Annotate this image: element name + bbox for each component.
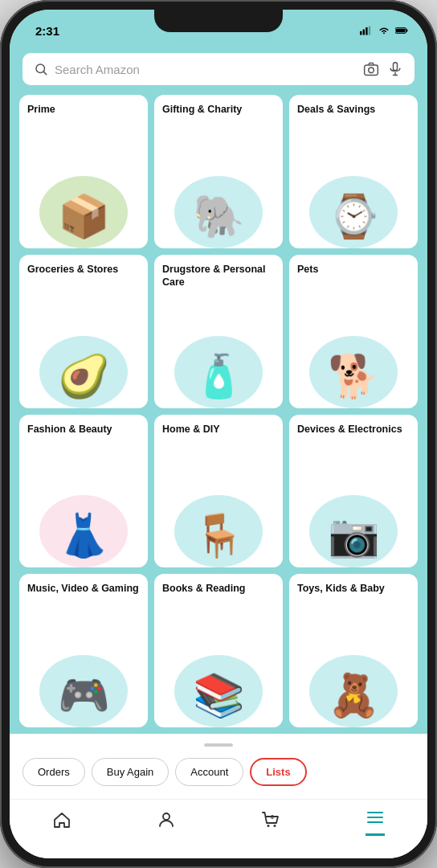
card-emoji-gifting-charity: 🐘: [193, 195, 245, 237]
nav-icon-menu: [366, 808, 385, 832]
card-image-music-video-gaming: 🎮: [27, 596, 140, 720]
menu-icon: [366, 808, 385, 827]
quick-actions-row: OrdersBuy AgainAccountLists: [22, 758, 415, 789]
svg-rect-0: [360, 31, 361, 35]
svg-point-15: [274, 825, 276, 827]
search-icon: [34, 62, 48, 76]
phone-frame: 2:31: [0, 0, 437, 868]
quick-action-account[interactable]: Account: [175, 758, 243, 786]
nav-icon-cart: 0: [261, 810, 280, 834]
wifi-icon: [378, 24, 390, 37]
quick-action-buy-again[interactable]: Buy Again: [92, 758, 169, 786]
grid-card-pets[interactable]: Pets 🐕: [289, 255, 418, 408]
grid-card-groceries-stores[interactable]: Groceries & Stores 🥑: [19, 255, 148, 408]
card-emoji-music-video-gaming: 🎮: [58, 674, 110, 716]
svg-rect-3: [369, 26, 370, 35]
nav-item-menu[interactable]: [366, 808, 385, 836]
screen-content: Search Amazon Prime: [10, 45, 427, 858]
card-image-devices-electronics: 📷: [297, 436, 410, 560]
grid-card-prime[interactable]: Prime 📦: [19, 95, 148, 248]
mic-icon[interactable]: [387, 61, 403, 77]
card-image-toys-kids-baby: 🧸: [297, 596, 410, 720]
card-emoji-books-reading: 📚: [193, 674, 245, 716]
card-emoji-drugstore-personal-care: 🧴: [193, 355, 245, 397]
svg-point-14: [268, 825, 270, 827]
card-image-fashion-beauty: 👗: [27, 436, 140, 560]
nav-icon-account: [157, 810, 176, 834]
bottom-nav: 0: [10, 799, 427, 858]
card-emoji-devices-electronics: 📷: [328, 514, 380, 556]
quick-actions: OrdersBuy AgainAccountLists: [10, 750, 427, 799]
nav-item-cart[interactable]: 0: [261, 810, 280, 834]
nav-icon-home: [52, 810, 71, 834]
scroll-indicator: [10, 739, 427, 750]
card-emoji-fashion-beauty: 👗: [58, 514, 110, 556]
svg-rect-2: [366, 27, 367, 35]
card-label-drugstore-personal-care: Drugstore & Personal Care: [162, 263, 275, 289]
grid-card-home-diy[interactable]: Home & DIY 🪑: [154, 415, 283, 568]
nav-item-account[interactable]: [157, 810, 176, 834]
card-label-toys-kids-baby: Toys, Kids & Baby: [297, 582, 410, 595]
cart-icon: 0: [261, 810, 280, 829]
svg-text:0: 0: [271, 814, 274, 820]
svg-point-9: [369, 68, 374, 73]
search-right-icons: [363, 61, 403, 77]
card-emoji-pets: 🐕: [328, 355, 380, 397]
grid-card-drugstore-personal-care[interactable]: Drugstore & Personal Care 🧴: [154, 255, 283, 408]
card-image-drugstore-personal-care: 🧴: [162, 289, 275, 399]
card-label-home-diy: Home & DIY: [162, 423, 275, 436]
card-image-deals-savings: ⌚: [297, 116, 410, 240]
card-image-prime: 📦: [27, 116, 140, 240]
card-label-music-video-gaming: Music, Video & Gaming: [27, 582, 140, 595]
home-icon: [52, 810, 71, 829]
phone-screen: 2:31: [10, 10, 427, 858]
card-label-fashion-beauty: Fashion & Beauty: [27, 423, 140, 436]
svg-rect-6: [396, 29, 405, 33]
svg-point-13: [163, 813, 169, 820]
card-emoji-toys-kids-baby: 🧸: [328, 674, 380, 716]
grid-card-music-video-gaming[interactable]: Music, Video & Gaming 🎮: [19, 574, 148, 727]
status-icons: [360, 24, 408, 37]
card-image-gifting-charity: 🐘: [162, 116, 275, 240]
card-label-groceries-stores: Groceries & Stores: [27, 263, 140, 276]
scroll-pill: [204, 743, 233, 747]
grid-card-gifting-charity[interactable]: Gifting & Charity 🐘: [154, 95, 283, 248]
status-time: 2:31: [35, 24, 59, 38]
grid-card-devices-electronics[interactable]: Devices & Electronics 📷: [289, 415, 418, 568]
card-label-prime: Prime: [27, 103, 140, 116]
grid-card-books-reading[interactable]: Books & Reading 📚: [154, 574, 283, 727]
card-emoji-groceries-stores: 🥑: [58, 355, 110, 397]
camera-icon[interactable]: [363, 61, 379, 77]
grid-card-deals-savings[interactable]: Deals & Savings ⌚: [289, 95, 418, 248]
svg-rect-5: [406, 29, 408, 31]
quick-action-lists[interactable]: Lists: [250, 758, 306, 786]
signal-icon: [360, 24, 373, 37]
account-icon: [157, 810, 176, 829]
card-emoji-prime: 📦: [58, 195, 110, 237]
card-image-books-reading: 📚: [162, 596, 275, 720]
card-label-deals-savings: Deals & Savings: [297, 103, 410, 116]
card-emoji-deals-savings: ⌚: [328, 195, 380, 237]
grid-card-toys-kids-baby[interactable]: Toys, Kids & Baby 🧸: [289, 574, 418, 727]
search-placeholder[interactable]: Search Amazon: [55, 63, 357, 76]
svg-rect-10: [394, 63, 398, 71]
quick-action-orders[interactable]: Orders: [22, 758, 85, 786]
search-bar[interactable]: Search Amazon: [22, 53, 415, 85]
card-emoji-home-diy: 🪑: [193, 514, 245, 556]
nav-item-home[interactable]: [52, 810, 71, 834]
card-image-home-diy: 🪑: [162, 436, 275, 560]
category-grid: Prime 📦 Gifting & Charity 🐘 Deals & Savi…: [10, 95, 427, 734]
card-label-gifting-charity: Gifting & Charity: [162, 103, 275, 116]
battery-icon: [395, 24, 408, 37]
card-image-groceries-stores: 🥑: [27, 276, 140, 400]
svg-rect-1: [363, 29, 365, 35]
phone-notch: [154, 10, 283, 32]
card-label-pets: Pets: [297, 263, 410, 276]
svg-rect-8: [365, 65, 378, 76]
grid-card-fashion-beauty[interactable]: Fashion & Beauty 👗: [19, 415, 148, 568]
card-label-devices-electronics: Devices & Electronics: [297, 423, 410, 436]
card-image-pets: 🐕: [297, 276, 410, 400]
card-label-books-reading: Books & Reading: [162, 582, 275, 595]
